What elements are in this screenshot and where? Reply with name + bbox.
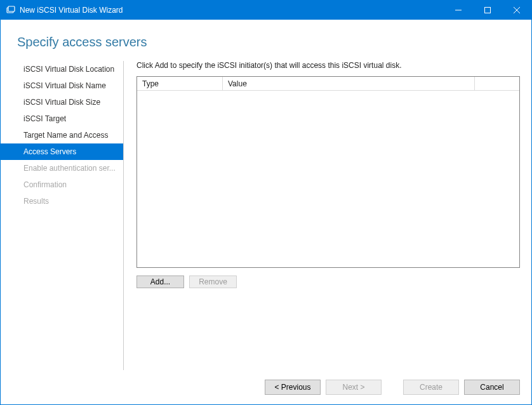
sidebar-item-disk-name[interactable]: iSCSI Virtual Disk Name: [1, 77, 123, 94]
sidebar-item-enable-auth: Enable authentication ser...: [1, 160, 123, 176]
svg-rect-3: [485, 8, 491, 13]
table-header: Type Value: [137, 77, 519, 91]
app-icon: [6, 5, 16, 15]
window-title: New iSCSI Virtual Disk Wizard: [20, 6, 444, 15]
sidebar-item-disk-size[interactable]: iSCSI Virtual Disk Size: [1, 94, 123, 110]
sidebar-item-iscsi-target[interactable]: iSCSI Target: [1, 110, 123, 127]
wizard-steps-sidebar: iSCSI Virtual Disk Location iSCSI Virtua…: [1, 61, 124, 370]
create-button: Create: [403, 380, 459, 395]
minimize-button[interactable]: [444, 1, 473, 20]
sidebar-item-access-servers[interactable]: Access Servers: [1, 143, 123, 160]
sidebar-item-confirmation: Confirmation: [1, 176, 123, 193]
titlebar: New iSCSI Virtual Disk Wizard: [1, 1, 531, 20]
table-buttons: Add... Remove: [136, 276, 520, 288]
main-pane: Click Add to specify the iSCSI initiator…: [124, 61, 531, 370]
content-area: Specify access servers iSCSI Virtual Dis…: [1, 20, 531, 404]
close-button[interactable]: [502, 1, 531, 20]
page-title: Specify access servers: [1, 20, 531, 61]
main-row: iSCSI Virtual Disk Location iSCSI Virtua…: [1, 61, 531, 370]
sidebar-item-disk-location[interactable]: iSCSI Virtual Disk Location: [1, 61, 123, 77]
cancel-button[interactable]: Cancel: [464, 380, 520, 395]
maximize-button[interactable]: [473, 1, 502, 20]
wizard-footer: < Previous Next > Create Cancel: [1, 370, 531, 404]
column-header-value[interactable]: Value: [223, 77, 475, 90]
column-header-type[interactable]: Type: [137, 77, 223, 90]
initiators-table[interactable]: Type Value: [136, 76, 520, 268]
next-button: Next >: [326, 380, 382, 395]
sidebar-item-results: Results: [1, 193, 123, 209]
svg-rect-1: [8, 6, 15, 11]
previous-button[interactable]: < Previous: [265, 380, 321, 395]
instruction-text: Click Add to specify the iSCSI initiator…: [136, 61, 520, 70]
column-header-spacer: [475, 77, 519, 90]
remove-button: Remove: [189, 276, 237, 288]
add-button[interactable]: Add...: [136, 276, 184, 288]
window-controls: [444, 1, 531, 20]
sidebar-item-target-name[interactable]: Target Name and Access: [1, 127, 123, 143]
